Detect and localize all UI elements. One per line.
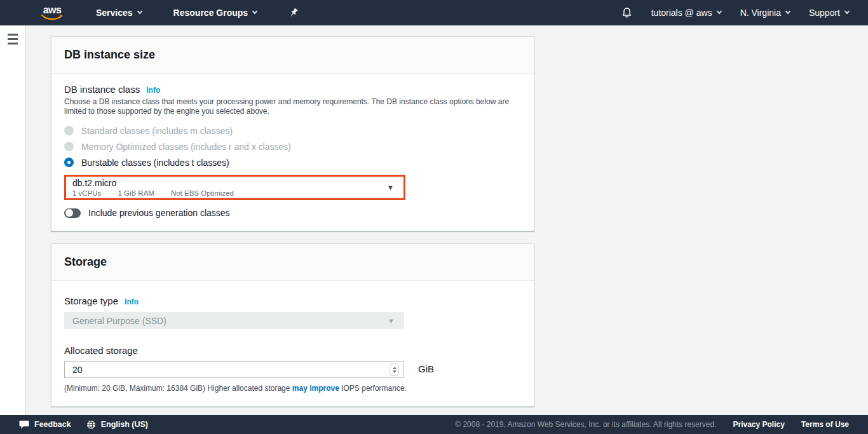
storage-unit-label: GiB bbox=[418, 363, 434, 374]
db-instance-class-select[interactable]: db.t2.micro 1 vCPUs 1 GiB RAM Not EBS Op… bbox=[64, 175, 405, 200]
notifications-button[interactable] bbox=[621, 7, 632, 18]
main-content: DB instance size DB instance class Info … bbox=[25, 25, 868, 415]
region-menu-label: N. Virginia bbox=[740, 8, 781, 18]
previous-generation-toggle[interactable] bbox=[64, 208, 81, 218]
instance-ram: 1 GiB RAM bbox=[118, 189, 154, 198]
pushpin-icon bbox=[288, 8, 299, 18]
services-menu-label: Services bbox=[96, 8, 133, 18]
helper-prefix: (Minimum: 20 GiB, Maximum: 16384 GiB) Hi… bbox=[64, 384, 292, 393]
instance-ebs-optimized: Not EBS Optimized bbox=[171, 189, 234, 198]
terms-of-use-link[interactable]: Terms of Use bbox=[801, 420, 849, 429]
region-menu[interactable]: N. Virginia bbox=[740, 8, 790, 18]
allocated-storage-input[interactable] bbox=[64, 361, 404, 378]
card-title: Storage bbox=[64, 255, 521, 269]
allocated-storage-label: Allocated storage bbox=[64, 345, 521, 356]
radio-option-label: Burstable classes (includes t classes) bbox=[81, 158, 229, 168]
radio-button-selected-icon[interactable] bbox=[64, 158, 74, 167]
storage-card: Storage Storage type Info General Purpos… bbox=[51, 243, 534, 407]
support-menu-label: Support bbox=[809, 8, 840, 18]
copyright-text: © 2008 - 2019, Amazon Web Services, Inc.… bbox=[455, 420, 716, 429]
language-label: English (US) bbox=[101, 420, 148, 429]
dropdown-arrow-icon: ▼ bbox=[387, 184, 394, 191]
hamburger-menu-icon[interactable] bbox=[8, 34, 25, 44]
storage-type-select-disabled: General Purpose (SSD) ▼ bbox=[64, 312, 404, 329]
radio-button-icon bbox=[64, 126, 74, 135]
radio-option-label: Standard classes (includes m classes) bbox=[81, 126, 233, 136]
left-sidebar bbox=[0, 25, 25, 415]
storage-type-info-link[interactable]: Info bbox=[125, 297, 139, 306]
radio-option-memory-optimized-classes: Memory Optimized classes (includes r and… bbox=[64, 139, 521, 154]
privacy-policy-link[interactable]: Privacy Policy bbox=[733, 420, 784, 429]
db-instance-size-card-header: DB instance size bbox=[51, 37, 534, 74]
resource-groups-menu-label: Resource Groups bbox=[173, 8, 248, 18]
chevron-down-icon bbox=[844, 9, 850, 14]
bell-icon bbox=[621, 7, 632, 18]
db-instance-class-label: DB instance class bbox=[64, 84, 140, 95]
aws-logo[interactable]: aws bbox=[40, 6, 64, 20]
dropdown-arrow-icon: ▼ bbox=[388, 317, 395, 325]
radio-option-standard-classes: Standard classes (includes m classes) bbox=[64, 123, 521, 139]
account-menu-label: tutorials @ aws bbox=[651, 8, 712, 18]
radio-option-burstable-classes[interactable]: Burstable classes (includes t classes) bbox=[64, 154, 521, 170]
pin-shortcut-button[interactable] bbox=[288, 8, 299, 18]
db-instance-size-card: DB instance size DB instance class Info … bbox=[51, 36, 534, 231]
storage-type-value: General Purpose (SSD) bbox=[72, 316, 166, 326]
storage-card-header: Storage bbox=[51, 244, 534, 281]
selected-instance-class: db.t2.micro bbox=[72, 178, 234, 189]
card-title: DB instance size bbox=[64, 48, 521, 62]
globe-icon bbox=[86, 420, 96, 430]
radio-option-label: Memory Optimized classes (includes r and… bbox=[81, 142, 291, 152]
top-navigation-bar: aws Services Resource Groups bbox=[0, 0, 868, 25]
helper-suffix: IOPS performance. bbox=[339, 384, 407, 393]
previous-generation-toggle-label: Include previous generation classes bbox=[88, 208, 230, 218]
db-instance-class-info-link[interactable]: Info bbox=[146, 86, 160, 95]
chevron-down-icon bbox=[252, 9, 257, 14]
language-selector[interactable]: English (US) bbox=[86, 420, 148, 430]
aws-smile-icon bbox=[41, 15, 63, 20]
speech-bubble-icon bbox=[19, 420, 29, 430]
radio-button-icon bbox=[64, 142, 74, 151]
chevron-down-icon bbox=[137, 9, 142, 14]
account-menu[interactable]: tutorials @ aws bbox=[651, 8, 721, 18]
stepper-up-icon bbox=[393, 367, 397, 369]
instance-vcpus: 1 vCPUs bbox=[72, 189, 101, 198]
stepper-down-icon bbox=[393, 370, 397, 373]
number-stepper-control[interactable] bbox=[390, 363, 399, 376]
feedback-label: Feedback bbox=[34, 420, 71, 429]
chevron-down-icon bbox=[716, 9, 721, 14]
feedback-button[interactable]: Feedback bbox=[19, 420, 71, 430]
resource-groups-menu[interactable]: Resource Groups bbox=[173, 8, 257, 18]
db-instance-class-description: Choose a DB instance class that meets yo… bbox=[64, 97, 514, 116]
may-improve-link[interactable]: may improve bbox=[292, 384, 339, 393]
services-menu[interactable]: Services bbox=[96, 8, 142, 18]
storage-type-label: Storage type bbox=[64, 295, 118, 306]
footer-bar: Feedback English (US) © 2008 - 2019, Ama… bbox=[0, 415, 868, 434]
aws-logo-text: aws bbox=[43, 6, 62, 15]
allocated-storage-helper-text: (Minimum: 20 GiB, Maximum: 16384 GiB) Hi… bbox=[64, 384, 521, 393]
instance-class-radio-group: Standard classes (includes m classes) Me… bbox=[64, 123, 521, 170]
chevron-down-icon bbox=[785, 9, 790, 14]
support-menu[interactable]: Support bbox=[809, 8, 849, 18]
